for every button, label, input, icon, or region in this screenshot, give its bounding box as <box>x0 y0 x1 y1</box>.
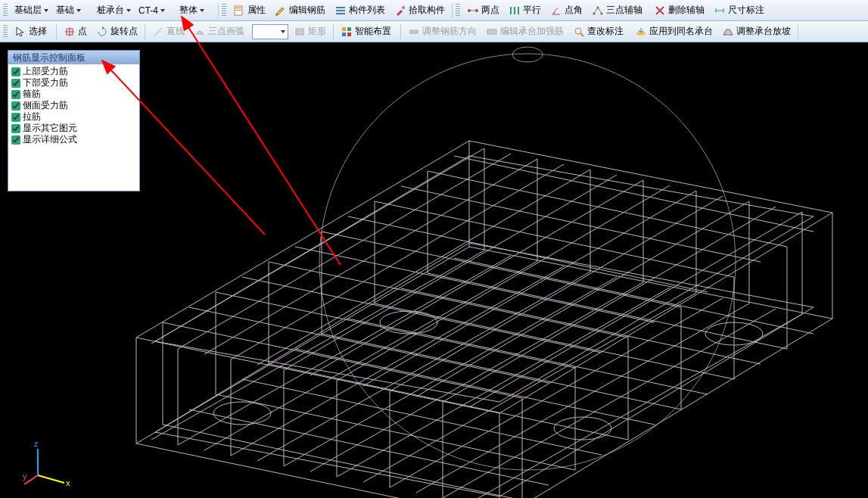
svg-line-44 <box>284 175 617 370</box>
svg-rect-1 <box>235 8 241 8</box>
chevron-down-icon <box>160 9 165 12</box>
angle-icon <box>550 5 562 17</box>
svg-rect-3 <box>336 7 345 8</box>
apply-same-label: 应用到同名承台 <box>649 25 713 38</box>
checkbox-side-bars[interactable]: 侧面受力筋 <box>11 100 136 111</box>
delete-aux-label: 删除辅轴 <box>668 4 705 17</box>
category-dropdown[interactable]: 基础 <box>52 3 92 18</box>
checkbox-tie-bars[interactable]: 拉筋 <box>11 111 136 123</box>
scope-dropdown[interactable]: 整体 <box>176 3 215 18</box>
component-dropdown-label: 桩承台 <box>97 4 124 17</box>
checkbox-input[interactable] <box>11 124 20 133</box>
edit-rebar-button[interactable]: 编辑钢筋 <box>271 2 329 19</box>
svg-line-22 <box>154 28 162 36</box>
checkbox-input[interactable] <box>11 90 20 99</box>
checkbox-bottom-bars[interactable]: 下部受力筋 <box>11 77 136 89</box>
checkbox-stirrups[interactable]: 箍筋 <box>11 89 136 100</box>
svg-line-53 <box>178 256 511 445</box>
adjust-slope-button[interactable]: 调整承台放坡 <box>718 23 795 40</box>
separator <box>798 24 798 39</box>
toolbar-grip-icon <box>3 4 8 17</box>
checkbox-input[interactable] <box>11 67 20 76</box>
rect-button[interactable]: 矩形 <box>290 23 330 40</box>
svg-line-66 <box>189 307 549 383</box>
edit-cap-bar-button[interactable]: 编辑承台加强筋 <box>482 23 568 40</box>
svg-line-72 <box>348 216 708 292</box>
checkbox-show-others[interactable]: 显示其它图元 <box>11 123 136 134</box>
smart-layout-label: 智能布置 <box>355 25 391 38</box>
svg-line-55 <box>231 266 564 456</box>
svg-rect-26 <box>342 33 346 36</box>
direction-icon <box>408 26 420 38</box>
list-icon <box>334 5 347 17</box>
delete-aux-button[interactable]: 删除辅轴 <box>650 2 708 19</box>
checkbox-top-bars[interactable]: 上部受力筋 <box>11 66 136 77</box>
code-dropdown[interactable]: CT-4 <box>135 3 174 18</box>
apply-same-button[interactable]: 应用到同名承台 <box>631 23 717 40</box>
point-angle-button[interactable]: 点角 <box>546 2 586 19</box>
svg-line-49 <box>416 201 749 397</box>
cursor-icon <box>14 26 26 38</box>
svg-line-120 <box>38 475 64 483</box>
svg-rect-27 <box>347 33 351 36</box>
code-dropdown-label: CT-4 <box>138 5 158 16</box>
adjust-direction-button[interactable]: 调整钢筋方向 <box>404 23 481 40</box>
chevron-down-icon <box>126 9 131 12</box>
layer-dropdown[interactable]: 基础层 <box>11 3 51 18</box>
separator <box>56 24 57 39</box>
smart-layout-button[interactable]: 智能布置 <box>337 23 397 40</box>
point-button[interactable]: 点 <box>60 23 91 40</box>
svg-line-67 <box>216 292 575 368</box>
svg-line-58 <box>310 282 643 472</box>
svg-line-62 <box>416 303 749 493</box>
eyedropper-icon <box>394 5 406 17</box>
panel-titlebar[interactable]: 钢筋显示控制面板 <box>8 51 139 64</box>
value-combo[interactable] <box>252 24 288 39</box>
svg-line-52 <box>151 251 484 440</box>
rebar-display-panel[interactable]: 钢筋显示控制面板 上部受力筋 下部受力筋 箍筋 侧面受力筋 拉筋 显示其它图元 <box>8 50 140 191</box>
panel-body: 上部受力筋 下部受力筋 箍筋 侧面受力筋 拉筋 显示其它图元 显示详细公式 <box>8 64 139 191</box>
component-dropdown[interactable]: 桩承台 <box>93 3 133 18</box>
checkbox-input[interactable] <box>11 135 20 145</box>
rotate-point-button[interactable]: 旋转点 <box>92 23 142 40</box>
arc-button[interactable]: 三点画弧 <box>190 23 250 40</box>
svg-line-50 <box>443 207 776 402</box>
parallel-icon <box>509 5 521 17</box>
three-point-label: 三点辅轴 <box>606 4 642 17</box>
checkbox-input[interactable] <box>11 101 20 110</box>
properties-label: 属性 <box>247 4 266 17</box>
checkbox-input[interactable] <box>11 79 20 88</box>
properties-button[interactable]: 属性 <box>229 2 269 19</box>
svg-line-75 <box>428 171 787 247</box>
checkbox-show-formula[interactable]: 显示详细公式 <box>11 134 136 145</box>
two-points-button[interactable]: 两点 <box>463 2 503 19</box>
checkbox-input[interactable] <box>11 113 20 122</box>
svg-point-6 <box>402 6 405 9</box>
select-button[interactable]: 选择 <box>11 23 53 40</box>
delete-icon <box>654 5 666 17</box>
parallel-button[interactable]: 平行 <box>505 2 545 19</box>
toolbar-grip-icon <box>456 4 460 17</box>
pick-component-button[interactable]: 拾取构件 <box>390 2 449 19</box>
dim-annotation-button[interactable]: 尺寸标注 <box>710 2 770 19</box>
svg-line-81 <box>269 364 628 440</box>
svg-rect-2 <box>235 10 241 11</box>
component-list-button[interactable]: 构件列表 <box>331 2 389 19</box>
svg-line-51 <box>469 212 802 407</box>
layer-dropdown-label: 基础层 <box>14 4 42 17</box>
view-annotation-button[interactable]: 查改标注 <box>569 23 630 40</box>
point-icon <box>64 26 76 38</box>
svg-rect-24 <box>342 27 346 31</box>
svg-line-56 <box>257 272 590 461</box>
svg-point-114 <box>213 402 271 425</box>
svg-rect-23 <box>296 29 303 35</box>
svg-line-61 <box>390 298 723 487</box>
chevron-down-icon <box>281 30 285 33</box>
three-point-button[interactable]: 三点辅轴 <box>588 2 649 19</box>
svg-line-39 <box>151 148 484 344</box>
svg-line-80 <box>242 379 602 455</box>
edit-rebar-label: 编辑钢筋 <box>289 4 325 17</box>
line-button[interactable]: 直线 <box>148 23 188 40</box>
svg-line-68 <box>242 277 602 353</box>
three-point-icon <box>592 5 604 17</box>
